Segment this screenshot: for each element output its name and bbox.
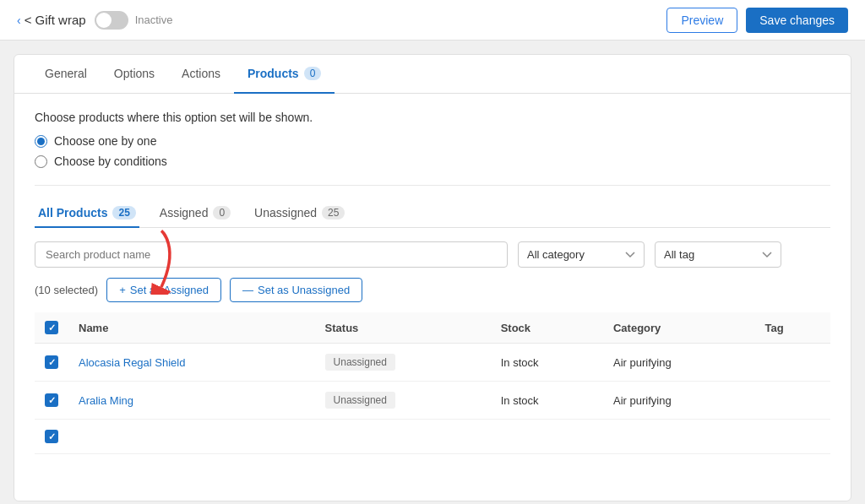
- category-filter[interactable]: All category: [518, 241, 645, 268]
- table-header: ✓ Name Status Stock Category Tag: [35, 312, 830, 344]
- row2-category: Air purifying: [603, 382, 755, 420]
- row2-status: Unassigned: [315, 382, 491, 420]
- main-content: General Options Actions Products 0 Choos…: [14, 54, 851, 501]
- tab-products-label: Products: [248, 67, 299, 80]
- tag-filter[interactable]: All tag: [655, 241, 781, 268]
- sub-tab-assigned[interactable]: Assigned 0: [156, 199, 234, 228]
- radio-one-by-one[interactable]: Choose one by one: [35, 134, 830, 148]
- assign-label: Set as Assigned: [130, 284, 209, 296]
- radio-by-conditions-label: Choose by conditions: [54, 154, 167, 168]
- tab-options[interactable]: Options: [101, 55, 168, 94]
- row1-name: Alocasia Regal Shield: [68, 344, 315, 382]
- tab-actions-label: Actions: [182, 67, 220, 80]
- top-bar-right: Preview Save changes: [666, 8, 848, 33]
- col-category: Category: [603, 312, 755, 344]
- back-arrow-icon: ‹: [17, 14, 21, 27]
- back-link[interactable]: ‹ < Gift wrap: [17, 13, 86, 27]
- tab-general[interactable]: General: [31, 55, 101, 94]
- sub-tab-unassigned-badge: 25: [322, 206, 345, 219]
- product-table: ✓ Name Status Stock Category Tag ✓: [35, 312, 830, 454]
- filter-row: All category All tag: [35, 241, 830, 268]
- row2-status-badge: Unassigned: [325, 392, 395, 409]
- back-text: < Gift wrap: [24, 13, 86, 27]
- selected-count: (10 selected): [35, 284, 98, 296]
- sub-tab-unassigned-label: Unassigned: [254, 206, 317, 219]
- table-body: ✓ Alocasia Regal Shield Unassigned In st…: [35, 344, 830, 454]
- row1-checkbox-cell: ✓: [35, 344, 68, 382]
- row1-stock: In stock: [491, 344, 603, 382]
- sub-tab-assigned-label: Assigned: [160, 206, 209, 219]
- preview-button[interactable]: Preview: [666, 8, 737, 33]
- row3-checkbox-cell: ✓: [35, 420, 68, 454]
- row3-checkbox[interactable]: ✓: [45, 430, 58, 443]
- row2-product-link[interactable]: Aralia Ming: [79, 394, 133, 407]
- col-name: Name: [68, 312, 315, 344]
- table-row: ✓: [35, 420, 830, 454]
- unassign-label: Set as Unassigned: [258, 284, 350, 296]
- row1-tag: [755, 344, 830, 382]
- divider: [35, 185, 830, 186]
- row1-status: Unassigned: [315, 344, 491, 382]
- radio-group: Choose one by one Choose by conditions: [35, 134, 830, 168]
- tab-products[interactable]: Products 0: [234, 55, 335, 94]
- action-row: (10 selected) + Set as Assigned — Set as…: [35, 278, 830, 302]
- row2-name: Aralia Ming: [68, 382, 315, 420]
- tab-options-label: Options: [114, 67, 155, 80]
- row2-checkbox-cell: ✓: [35, 382, 68, 420]
- toggle-knob: [96, 13, 112, 28]
- toggle-wrap: Inactive: [95, 11, 173, 30]
- row1-checkbox[interactable]: ✓: [45, 355, 58, 369]
- products-tab-content: Choose products where this option set wi…: [14, 94, 851, 471]
- top-bar-left: ‹ < Gift wrap Inactive: [17, 11, 172, 30]
- row3-check-icon: ✓: [48, 431, 56, 442]
- row2-tag: [755, 382, 830, 420]
- save-changes-button[interactable]: Save changes: [746, 8, 848, 33]
- assign-plus-icon: +: [119, 284, 126, 296]
- radio-one-by-one-input[interactable]: [35, 135, 47, 148]
- set-as-unassigned-button[interactable]: — Set as Unassigned: [230, 278, 362, 302]
- search-input[interactable]: [35, 241, 508, 268]
- row3-status: [315, 420, 491, 454]
- sub-tabs: All Products 25 Assigned 0 Unassigned 25: [35, 199, 830, 228]
- active-toggle[interactable]: [95, 11, 128, 30]
- sub-tab-unassigned[interactable]: Unassigned 25: [251, 199, 348, 228]
- row3-name: [68, 420, 315, 454]
- sub-tab-all-label: All Products: [38, 206, 107, 219]
- row3-tag: [755, 420, 830, 454]
- col-checkbox: ✓: [35, 312, 68, 344]
- radio-one-by-one-label: Choose one by one: [54, 134, 156, 148]
- main-tabs: General Options Actions Products 0: [14, 55, 851, 94]
- row3-stock: [491, 420, 603, 454]
- table-row: ✓ Alocasia Regal Shield Unassigned In st…: [35, 344, 830, 382]
- row3-category: [603, 420, 755, 454]
- row2-checkbox[interactable]: ✓: [45, 393, 58, 407]
- col-status: Status: [315, 312, 491, 344]
- select-all-checkbox[interactable]: ✓: [45, 321, 58, 334]
- set-as-assigned-button[interactable]: + Set as Assigned: [106, 278, 221, 302]
- radio-by-conditions[interactable]: Choose by conditions: [35, 154, 830, 168]
- tab-actions[interactable]: Actions: [168, 55, 234, 94]
- tab-general-label: General: [45, 67, 87, 80]
- tab-products-badge: 0: [304, 67, 322, 80]
- col-tag: Tag: [755, 312, 830, 344]
- row1-category: Air purifying: [603, 344, 755, 382]
- radio-by-conditions-input[interactable]: [35, 155, 47, 168]
- row1-product-link[interactable]: Alocasia Regal Shield: [79, 356, 185, 369]
- row1-check-icon: ✓: [48, 357, 56, 368]
- checkbox-check-icon: ✓: [48, 322, 56, 333]
- row2-check-icon: ✓: [48, 395, 56, 406]
- sub-tab-all-products[interactable]: All Products 25: [35, 199, 139, 228]
- top-bar: ‹ < Gift wrap Inactive Preview Save chan…: [0, 0, 865, 41]
- inactive-label: Inactive: [135, 14, 173, 26]
- section-description: Choose products where this option set wi…: [35, 111, 830, 124]
- col-stock: Stock: [491, 312, 603, 344]
- table-header-row: ✓ Name Status Stock Category Tag: [35, 312, 830, 344]
- sub-tab-all-badge: 25: [112, 206, 135, 219]
- unassign-minus-icon: —: [242, 284, 253, 296]
- row1-status-badge: Unassigned: [325, 354, 395, 371]
- row2-stock: In stock: [491, 382, 603, 420]
- table-row: ✓ Aralia Ming Unassigned In stock Air pu…: [35, 382, 830, 420]
- sub-tab-assigned-badge: 0: [213, 206, 231, 219]
